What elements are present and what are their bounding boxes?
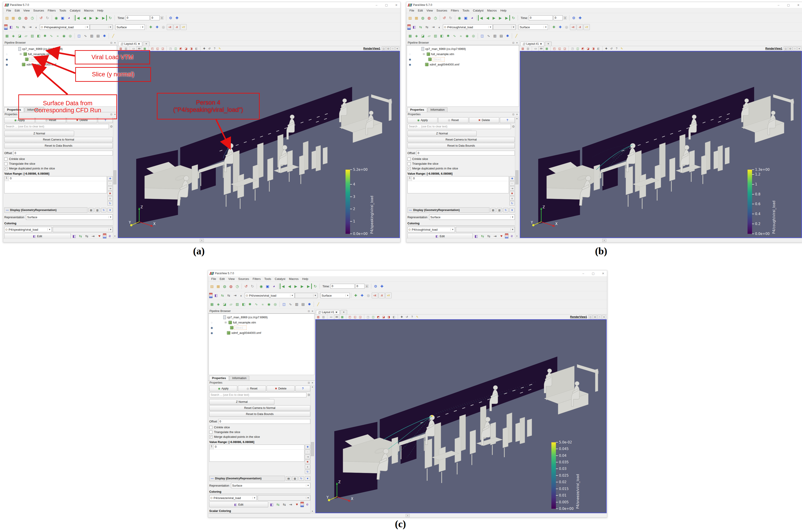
slice-offsets-table[interactable]: 1 0	[209, 444, 304, 462]
select-points-on-icon[interactable]: ▨	[321, 315, 326, 319]
visibility-eye-icon[interactable]: ◉	[4, 58, 10, 61]
set-view-minus-x-icon[interactable]: -X	[173, 24, 180, 30]
interactive-select-cells-icon[interactable]: ◩	[376, 315, 381, 319]
offset-input[interactable]	[416, 151, 515, 155]
render-view[interactable]: 5.2e+0043210.0e+00 P4/speaking/viral_loa…	[118, 51, 400, 238]
loop-icon[interactable]: ↻	[510, 15, 516, 21]
delete-all-values-button[interactable]: ✖	[305, 459, 310, 464]
representation-combobox[interactable]: Surface ▼	[115, 24, 145, 30]
z-normal-button[interactable]: Z Normal	[4, 131, 74, 136]
merge-points-checkbox[interactable]: ✓	[209, 435, 212, 438]
pencil-edit-icon[interactable]: ✎	[218, 46, 222, 51]
add-layout-tab[interactable]: +	[545, 42, 552, 46]
set-view-plus-x-icon[interactable]: +X	[570, 24, 576, 30]
add-layout-tab[interactable]: +	[143, 42, 149, 46]
rescale-to-custom-range-icon[interactable]: ⇆	[226, 292, 231, 299]
disconnect-server-icon[interactable]: ◍	[426, 15, 432, 21]
time-input[interactable]	[529, 15, 553, 20]
view-help-icon[interactable]: ?	[212, 46, 217, 51]
set-view-minus-x-icon[interactable]: -X	[378, 292, 385, 299]
frame-spin-arrows[interactable]: ▲▼	[366, 285, 368, 288]
next-frame-icon[interactable]: ▶	[497, 15, 503, 21]
restore-button[interactable]: ▢	[591, 272, 595, 275]
edit-legend-properties-icon[interactable]: e	[509, 233, 515, 238]
select-frustum-cells-icon[interactable]: ◲	[358, 315, 363, 319]
stream-tracer-icon[interactable]: ∿	[253, 301, 259, 307]
set-view-plus-x-icon[interactable]: +X	[167, 24, 173, 30]
reset-view-icon[interactable]: ▦	[544, 46, 549, 51]
choose-preset-icon[interactable]: ♥	[96, 233, 102, 238]
rescale-time-small-icon[interactable]: ⇥	[90, 233, 96, 238]
merge-points-checkbox[interactable]: ✓	[407, 167, 411, 170]
representation-combobox[interactable]: Surface ▼	[519, 24, 548, 30]
representation-select[interactable]: Surface▼	[429, 214, 515, 220]
extract-level-icon[interactable]: ◎	[67, 33, 73, 39]
menu-filters[interactable]: Filters	[251, 277, 262, 281]
gear-icon[interactable]: ⚙	[512, 125, 515, 128]
expander-icon[interactable]: ⊟	[20, 53, 22, 56]
last-frame-icon[interactable]: ▶	[305, 283, 312, 289]
zoom-to-box-icon[interactable]: ◎	[564, 24, 570, 30]
color-palette-icon[interactable]: ◕	[469, 15, 475, 21]
calculator-icon[interactable]: ▦	[4, 33, 10, 39]
group-datasets-icon[interactable]: ◉	[266, 301, 272, 307]
expander-icon[interactable]: ⊟	[423, 53, 426, 56]
z-normal-button[interactable]: Z Normal	[407, 131, 477, 136]
offset-input[interactable]	[13, 151, 113, 155]
reset-button[interactable]: ◎Reset	[36, 117, 66, 123]
previous-frame-icon[interactable]: ◀	[485, 15, 490, 21]
minimize-button[interactable]: –	[581, 272, 585, 275]
select-cells-rect-icon[interactable]: ◰	[552, 46, 557, 51]
glyph-icon[interactable]: ✱	[445, 33, 451, 39]
select-cells-on-icon[interactable]: ▧	[520, 46, 525, 51]
spreadsheet-view-icon[interactable]: ▤	[300, 301, 306, 307]
choose-preset-icon[interactable]: ♥	[294, 501, 300, 507]
select-cells-rect-icon[interactable]: ◰	[150, 46, 155, 51]
menu-macros[interactable]: Macros	[82, 8, 96, 13]
time-input[interactable]	[331, 284, 355, 289]
restore-defaults-button[interactable]: x	[305, 464, 310, 469]
play-icon[interactable]: ▶	[491, 15, 497, 21]
reset-camera-icon[interactable]: ✚	[353, 292, 359, 299]
save-state-icon[interactable]: ▦	[11, 15, 16, 21]
restore-defaults-button[interactable]: x	[509, 196, 515, 201]
scroll-up-icon[interactable]: ▲	[114, 117, 116, 119]
dock-float-icon[interactable]: ⊡	[512, 113, 514, 116]
edit-color-map-button[interactable]: ◧ Edit	[4, 233, 71, 238]
edit-legend-properties-icon[interactable]: e	[107, 233, 113, 238]
select-points-rect-icon[interactable]: ◱	[155, 46, 160, 51]
undo-icon[interactable]: ↺	[243, 283, 249, 289]
color-palette-icon[interactable]: ◕	[271, 283, 277, 289]
camera-undo-icon[interactable]: ↺	[207, 46, 212, 51]
menu-filters[interactable]: Filters	[449, 8, 461, 13]
warp-by-vector-icon[interactable]: ≈	[458, 33, 464, 39]
visibility-eye-icon[interactable]: ◌	[407, 53, 413, 56]
restore-button[interactable]: ▢	[786, 3, 790, 7]
help-button[interactable]: ?	[500, 117, 515, 123]
camera-undo-icon[interactable]: ↺	[405, 315, 409, 319]
zoom-to-box-view-icon[interactable]: ▭	[533, 46, 538, 51]
split-view-vertical-icon[interactable]: ⊟	[593, 315, 597, 319]
color-by-combobox[interactable]: P4/cough/viral_load ▼	[443, 24, 492, 30]
reload-display-button[interactable]: ↻	[299, 476, 304, 481]
choose-preset-icon[interactable]: ♥	[499, 233, 504, 238]
interactive-select-points-icon[interactable]: ◪	[381, 315, 386, 319]
frame-spinbox[interactable]	[355, 284, 365, 289]
previous-frame-icon[interactable]: ◀	[81, 15, 88, 21]
rescale-custom-small-icon[interactable]: ⇆	[84, 233, 90, 238]
warp-by-vector-icon[interactable]: ≈	[260, 301, 265, 307]
menu-tools[interactable]: Tools	[57, 8, 68, 13]
scroll-thumb[interactable]	[113, 170, 116, 184]
interactive-select-points-icon[interactable]: ◪	[586, 46, 591, 51]
apply-button[interactable]: ◉Apply	[209, 386, 237, 392]
menu-filters[interactable]: Filters	[46, 8, 57, 13]
display-section-header[interactable]: —Display (GeometryRepresentation)	[4, 207, 88, 213]
menu-catalyst[interactable]: Catalyst	[471, 8, 485, 13]
help-button[interactable]: ?	[98, 117, 113, 123]
select-points-rect-icon[interactable]: ◱	[353, 315, 357, 319]
color-palette-icon[interactable]: ◕	[66, 15, 72, 21]
pipeline-item-row[interactable]: ◉ xdmf_avg0044000.xmf	[4, 62, 117, 67]
split-view-icon[interactable]: ◫	[281, 301, 287, 307]
open-file-icon[interactable]: ▨	[4, 15, 10, 21]
menu-file[interactable]: File	[4, 8, 13, 13]
